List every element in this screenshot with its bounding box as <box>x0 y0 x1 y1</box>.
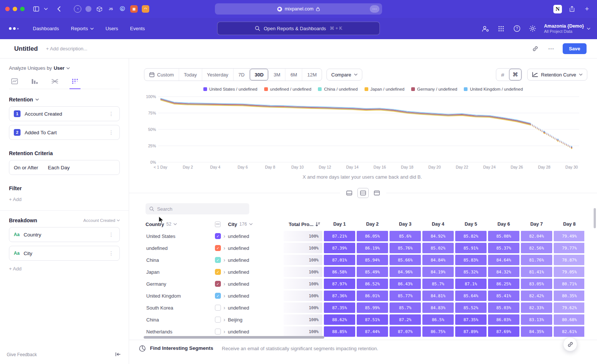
settings-gear-icon[interactable] <box>528 25 537 33</box>
retention-value-cell[interactable]: 84.83% <box>422 302 454 314</box>
retention-value-cell[interactable]: 84.92% <box>422 230 454 242</box>
retention-value-cell[interactable]: 82.04% <box>520 230 553 242</box>
retention-value-cell[interactable]: 82.33% <box>520 302 553 314</box>
retention-value-cell[interactable]: 87.69% <box>487 326 520 338</box>
view-split-rows-icon[interactable] <box>357 188 369 198</box>
retention-value-cell[interactable]: 83.13% <box>520 314 553 326</box>
retention-value-cell[interactable]: 87.07% <box>389 326 422 338</box>
legend-item[interactable]: United Kingdom / undefined <box>464 87 523 91</box>
row-checkbox[interactable] <box>215 317 221 323</box>
expand-row-icon[interactable]: › <box>224 245 225 251</box>
retention-step-2[interactable]: 2 Added To Cart ⋮ <box>9 125 120 140</box>
expand-row-icon[interactable]: › <box>224 293 225 299</box>
retention-value-cell[interactable]: 79.49% <box>553 230 584 242</box>
collapse-sidebar-icon[interactable] <box>115 351 121 358</box>
vertical-scrollbar[interactable] <box>594 208 596 228</box>
add-breakdown-button[interactable]: + Add <box>9 266 120 272</box>
add-description-button[interactable]: + Add description... <box>46 46 87 51</box>
retention-value-cell[interactable]: 79.05% <box>553 266 584 278</box>
analyze-value[interactable]: User <box>54 65 65 71</box>
back-icon[interactable] <box>54 4 63 14</box>
save-button[interactable]: Save <box>563 43 587 54</box>
more-options-icon[interactable]: ⋯ <box>547 45 555 53</box>
column-day-header[interactable]: Day 7 <box>520 222 553 227</box>
column-day-header[interactable]: Day 6 <box>487 222 520 227</box>
retention-value-cell[interactable]: 81.41% <box>520 266 553 278</box>
find-segments-title[interactable]: Find Interesting Segments <box>150 345 213 351</box>
retention-value-cell[interactable]: 85.94% <box>356 254 389 266</box>
row-checkbox[interactable]: ✓ <box>215 293 221 299</box>
expand-row-icon[interactable]: › <box>224 305 225 311</box>
retention-value-cell[interactable]: 87.51% <box>356 314 389 326</box>
retention-value-cell[interactable]: 85.7% <box>422 278 454 290</box>
tab-favicon-c-icon[interactable]: ⓒ <box>119 5 126 13</box>
retention-value-cell[interactable]: 86.19% <box>356 242 389 254</box>
range-12m[interactable]: 12M <box>302 69 321 81</box>
retention-value-cell[interactable]: 84.96% <box>389 266 422 278</box>
retention-value-cell[interactable]: 84.84% <box>422 254 454 266</box>
expand-row-icon[interactable]: › <box>224 269 225 275</box>
view-single-row-icon[interactable] <box>344 188 355 198</box>
range-6m[interactable]: 6M <box>285 69 302 81</box>
retention-value-cell[interactable]: 80.71% <box>553 278 584 290</box>
retention-value-cell[interactable]: 79.77% <box>553 242 584 254</box>
global-search-button[interactable]: Open Reports & Dashboards ⌘ + K <box>217 22 380 35</box>
nav-item-users[interactable]: Users <box>101 23 123 34</box>
legend-item[interactable]: undefined / undefined <box>264 87 312 91</box>
breakdown-options-icon[interactable]: ⋮ <box>108 232 115 238</box>
expand-row-icon[interactable]: › <box>224 281 225 287</box>
tab-flows-icon[interactable] <box>49 77 60 89</box>
range-30d[interactable]: 30D <box>250 69 269 81</box>
tab-funnels-icon[interactable] <box>29 77 40 89</box>
tab-favicon-js-icon[interactable]: JS <box>107 5 115 13</box>
add-filter-button[interactable]: + Add <box>9 197 120 202</box>
retention-value-cell[interactable]: 85.6% <box>389 230 422 242</box>
legend-item[interactable]: Germany / undefined <box>411 87 457 91</box>
retention-value-cell[interactable]: 87.36% <box>323 290 356 302</box>
retention-value-cell[interactable]: 78.87% <box>553 254 584 266</box>
retention-value-cell[interactable]: 85.64% <box>454 290 487 302</box>
breakdown-scope-selector[interactable]: Account Created <box>83 218 120 223</box>
retention-value-cell[interactable]: 85.02% <box>422 242 454 254</box>
retention-value-cell[interactable]: 86.25% <box>487 278 520 290</box>
retention-value-cell[interactable]: 87.2% <box>389 314 422 326</box>
retention-value-cell[interactable]: 87.1% <box>454 278 487 290</box>
retention-value-cell[interactable]: 80.35% <box>553 290 584 302</box>
expand-row-icon[interactable]: › <box>224 329 225 335</box>
criteria-on-or-after[interactable]: On or After <box>14 165 38 170</box>
new-tab-icon[interactable]: + <box>582 4 592 14</box>
chart-type-dropdown[interactable]: Retention Curve <box>527 69 587 81</box>
range-yesterday[interactable]: Yesterday <box>202 69 234 81</box>
retention-step-1[interactable]: 1 Account Created ⋮ <box>9 106 120 121</box>
retention-value-cell[interactable]: 86.05% <box>356 230 389 242</box>
horizontal-scrollbar[interactable] <box>144 336 324 339</box>
retention-value-cell[interactable]: 86.52% <box>356 278 389 290</box>
column-total-header[interactable]: Total Pro... <box>283 222 323 227</box>
retention-section-header[interactable]: Retention <box>9 97 120 103</box>
retention-value-cell[interactable]: 86.03% <box>487 314 520 326</box>
apps-grid-icon[interactable] <box>497 25 505 33</box>
legend-item[interactable]: United States / undefined <box>203 87 257 91</box>
nav-item-events[interactable]: Events <box>126 23 150 34</box>
retention-value-cell[interactable]: 85.82% <box>454 230 487 242</box>
retention-value-cell[interactable]: 84.19% <box>422 266 454 278</box>
close-window-button[interactable] <box>5 7 10 11</box>
give-feedback-link[interactable]: Give Feedback <box>7 352 37 357</box>
retention-value-cell[interactable]: 84.35% <box>520 326 553 338</box>
retention-value-cell[interactable]: 85.32% <box>454 266 487 278</box>
share-icon[interactable] <box>567 4 577 14</box>
legend-item[interactable]: Japan / undefined <box>365 87 404 91</box>
retention-value-cell[interactable]: 80.68% <box>553 314 584 326</box>
retention-value-cell[interactable]: 87.97% <box>323 278 356 290</box>
retention-value-cell[interactable]: 85.99% <box>356 302 389 314</box>
retention-value-cell[interactable]: 84.64% <box>487 254 520 266</box>
retention-value-cell[interactable]: 87.44% <box>356 326 389 338</box>
select-all-checkbox[interactable]: — <box>215 222 221 227</box>
retention-value-cell[interactable]: 81.76% <box>520 254 553 266</box>
retention-value-cell[interactable]: 86.01% <box>356 290 389 302</box>
retention-value-cell[interactable]: 85.49% <box>356 266 389 278</box>
tab-favicon-clock-icon[interactable]: ◔ <box>74 5 81 13</box>
browser-sidebar-icon[interactable] <box>31 4 41 14</box>
command-toggle-icon[interactable]: ⌘ <box>509 69 522 81</box>
column-country-header[interactable]: Country 52 <box>146 222 215 227</box>
